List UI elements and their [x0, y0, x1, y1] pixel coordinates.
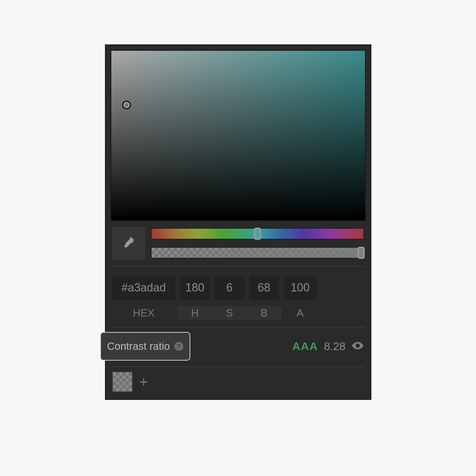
swatches-row: +: [106, 367, 370, 399]
eye-icon: [351, 339, 364, 352]
b-label: B: [249, 307, 279, 319]
contrast-level-badge: AAA: [292, 340, 318, 353]
contrast-ratio-box[interactable]: Contrast ratio ?: [100, 332, 190, 361]
sliders-column: [151, 228, 364, 258]
alpha-slider-thumb[interactable]: [358, 247, 365, 259]
swatch-transparent[interactable]: [112, 372, 133, 392]
svg-point-0: [356, 345, 359, 347]
hex-label: HEX: [112, 307, 175, 319]
contrast-value: 8.28: [324, 340, 345, 353]
help-icon[interactable]: ?: [174, 342, 183, 351]
saturation-brightness-cursor[interactable]: [122, 101, 131, 109]
s-label: S: [215, 307, 245, 319]
contrast-ratio-label: Contrast ratio: [107, 340, 170, 352]
alpha-slider[interactable]: [151, 247, 364, 258]
saturation-brightness-area[interactable]: [110, 50, 366, 221]
hue-slider[interactable]: [151, 228, 364, 239]
h-label: H: [180, 307, 210, 319]
hue-slider-thumb[interactable]: [254, 228, 261, 240]
visibility-toggle-button[interactable]: [351, 339, 364, 353]
color-labels-row: HEX H S B A: [106, 304, 370, 327]
hue-input[interactable]: 180: [180, 275, 210, 300]
a-label: A: [284, 307, 317, 319]
alpha-input[interactable]: 100: [284, 275, 317, 300]
contrast-row: Contrast ratio ? AAA 8.28: [106, 328, 370, 366]
brightness-input[interactable]: 68: [249, 275, 279, 300]
saturation-input[interactable]: 6: [215, 275, 245, 300]
sliders-row: [106, 225, 370, 266]
add-swatch-button[interactable]: +: [140, 375, 148, 389]
color-picker-panel: #a3adad 180 6 68 100 HEX H S B A Contras…: [105, 44, 371, 400]
eyedropper-button[interactable]: [112, 227, 145, 260]
eyedropper-icon: [122, 237, 135, 250]
hsb-color-mode-toggle[interactable]: H S B: [178, 306, 282, 320]
color-inputs-row: #a3adad 180 6 68 100: [106, 267, 370, 304]
hex-input[interactable]: #a3adad: [112, 275, 175, 300]
